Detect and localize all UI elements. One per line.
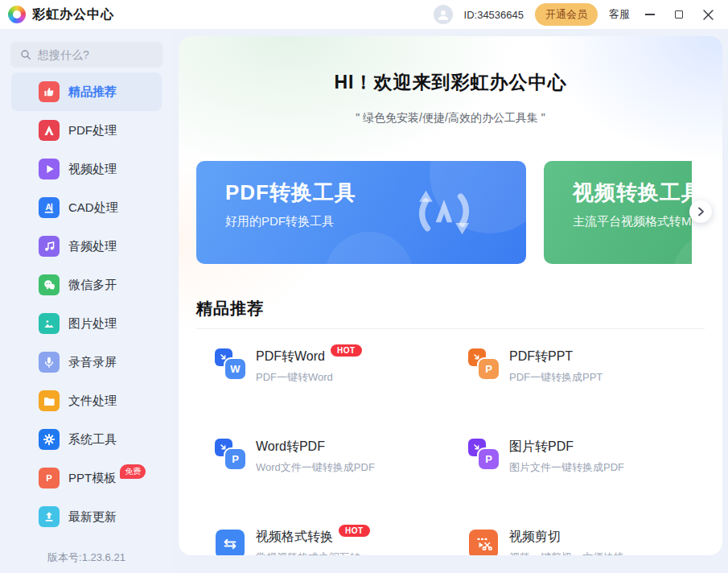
sidebar-item-label: 最新更新 xyxy=(68,509,117,525)
maximize-button[interactable] xyxy=(670,6,688,23)
search-icon xyxy=(19,48,32,61)
svg-text:P: P xyxy=(46,473,52,483)
banner-subtitle: 好用的PDF转换工具 xyxy=(225,214,334,229)
sidebar-item-label: CAD处理 xyxy=(68,200,118,216)
user-avatar[interactable] xyxy=(434,5,453,24)
feature-desc: 常规视频格式之间互转 xyxy=(256,550,370,555)
mic-icon xyxy=(39,352,60,373)
svg-text:A: A xyxy=(45,202,51,212)
chevron-right-icon xyxy=(697,207,705,216)
main-content: HI！欢迎来到彩虹办公中心 " 绿色免安装/便捷/高效的办公工具集 " PDF转… xyxy=(179,36,722,555)
search-input[interactable] xyxy=(38,48,142,61)
sidebar-item-12[interactable]: 最新更新 xyxy=(11,497,162,536)
sidebar-item-label: PDF处理 xyxy=(68,123,117,138)
welcome-title: HI！欢迎来到彩虹办公中心 xyxy=(179,70,722,95)
feature-name: 视频格式转换 xyxy=(256,529,333,546)
sidebar-item-label: 图片处理 xyxy=(68,316,117,332)
hot-badge: HOT xyxy=(339,525,370,537)
close-button[interactable] xyxy=(699,6,717,23)
sidebar-item-11[interactable]: PPPT模板免费 xyxy=(11,459,162,497)
sidebar-item-label: PPT模板 xyxy=(68,471,116,486)
sidebar-item-6[interactable]: 微信多开 xyxy=(11,266,162,304)
feature-name: Word转PDF xyxy=(256,439,325,456)
play-icon xyxy=(39,159,60,179)
version-label: 版本号:1.23.6.21 xyxy=(0,550,173,565)
free-badge: 免费 xyxy=(120,464,146,479)
video-convert-icon xyxy=(215,529,245,555)
search-box[interactable] xyxy=(10,42,162,68)
banner-title: 视频转换工具 xyxy=(573,179,692,207)
sidebar-item-4[interactable]: ACAD处理 xyxy=(11,188,162,227)
pdf-refresh-icon xyxy=(401,174,487,249)
feature-name: 图片转PDF xyxy=(509,439,574,456)
welcome-subtitle: " 绿色免安装/便捷/高效的办公工具集 " xyxy=(179,111,722,126)
sidebar-item-label: 系统工具 xyxy=(68,432,117,447)
titlebar: 彩虹办公中心 ID:34536645 开通会员 客服 xyxy=(0,0,728,29)
banner-carousel: PDF转换工具好用的PDF转换工具视频转换工具主流平台视频格式转MP4 xyxy=(196,161,692,264)
banner-2[interactable]: 视频转换工具主流平台视频格式转MP4 xyxy=(544,161,692,264)
pdf-icon xyxy=(39,120,60,141)
music-icon xyxy=(39,236,60,257)
feature-name: PDF转Word xyxy=(256,348,325,365)
sidebar-item-label: 精品推荐 xyxy=(68,85,117,100)
thumbs-up-icon xyxy=(39,81,60,102)
feature-desc: PDF一键转换成PPT xyxy=(509,370,603,385)
sidebar-item-10[interactable]: 系统工具 xyxy=(11,420,162,459)
section-divider xyxy=(196,328,705,329)
open-vip-button[interactable]: 开通会员 xyxy=(535,3,598,26)
feature-name: PDF转PPT xyxy=(509,348,573,365)
feature-desc: 图片文件一键转换成PDF xyxy=(509,460,624,475)
feature-desc: Word文件一键转换成PDF xyxy=(256,460,375,475)
sidebar: 精品推荐PDF处理视频处理ACAD处理音频处理微信多开图片处理录音录屏文件处理系… xyxy=(0,29,173,573)
hot-badge: HOT xyxy=(331,344,362,357)
image-icon xyxy=(39,313,60,334)
app-logo-icon xyxy=(8,6,26,23)
feature-item-2[interactable]: PPDF转PPTPDF一键转换成PPT xyxy=(468,348,722,387)
sidebar-item-label: 视频处理 xyxy=(68,162,117,177)
banner-1[interactable]: PDF转换工具好用的PDF转换工具 xyxy=(196,161,526,264)
feature-item-6[interactable]: 视频剪切视频一键剪切，方便快捷 xyxy=(468,529,722,555)
sidebar-item-label: 音频处理 xyxy=(68,239,117,254)
image-to-pdf-icon: P xyxy=(468,439,499,469)
user-id: ID:34536645 xyxy=(464,9,524,21)
feature-name: 视频剪切 xyxy=(509,529,561,546)
feature-desc: PDF一键转Word xyxy=(256,370,362,385)
word-to-pdf-icon: P xyxy=(215,439,245,469)
sidebar-item-3[interactable]: 视频处理 xyxy=(11,150,162,188)
close-icon xyxy=(703,10,714,20)
feature-item-1[interactable]: WPDF转WordHOTPDF一键转Word xyxy=(215,348,468,387)
wechat-icon xyxy=(39,274,60,295)
feature-grid: WPDF转WordHOTPDF一键转WordPPDF转PPTPDF一键转换成PP… xyxy=(215,348,722,555)
maximize-icon xyxy=(675,10,683,19)
sidebar-item-7[interactable]: 图片处理 xyxy=(11,304,162,343)
sidebar-item-5[interactable]: 音频处理 xyxy=(11,227,162,266)
feature-item-5[interactable]: 视频格式转换HOT常规视频格式之间互转 xyxy=(215,529,468,555)
feature-desc: 视频一键剪切，方便快捷 xyxy=(509,550,624,555)
gear-icon xyxy=(39,429,60,450)
video-cut-icon xyxy=(468,529,499,555)
minimize-icon xyxy=(645,14,655,15)
sidebar-item-2[interactable]: PDF处理 xyxy=(11,111,162,150)
sidebar-item-8[interactable]: 录音录屏 xyxy=(11,343,162,381)
feature-item-3[interactable]: PWord转PDFWord文件一键转换成PDF xyxy=(215,439,468,477)
folder-icon xyxy=(39,390,60,411)
cad-icon: A xyxy=(39,197,60,218)
pdf-to-word-icon: W xyxy=(215,348,245,379)
app-title: 彩虹办公中心 xyxy=(32,6,114,23)
feature-item-4[interactable]: P图片转PDF图片文件一键转换成PDF xyxy=(468,439,722,477)
sidebar-item-1[interactable]: 精品推荐 xyxy=(11,72,162,111)
minimize-button[interactable] xyxy=(641,6,659,23)
banner-title: PDF转换工具 xyxy=(225,179,356,207)
upload-icon xyxy=(39,506,60,527)
section-title: 精品推荐 xyxy=(196,298,264,319)
sidebar-item-label: 录音录屏 xyxy=(68,355,117,370)
pdf-to-ppt-icon: P xyxy=(468,348,499,379)
sidebar-menu: 精品推荐PDF处理视频处理ACAD处理音频处理微信多开图片处理录音录屏文件处理系… xyxy=(0,72,173,536)
sidebar-item-9[interactable]: 文件处理 xyxy=(11,381,162,420)
banner-subtitle: 主流平台视频格式转MP4 xyxy=(573,214,692,229)
sidebar-item-label: 文件处理 xyxy=(68,394,117,409)
carousel-next-button[interactable] xyxy=(689,200,712,223)
support-button[interactable]: 客服 xyxy=(609,7,630,22)
person-icon xyxy=(435,6,451,23)
sidebar-item-label: 微信多开 xyxy=(68,278,117,293)
